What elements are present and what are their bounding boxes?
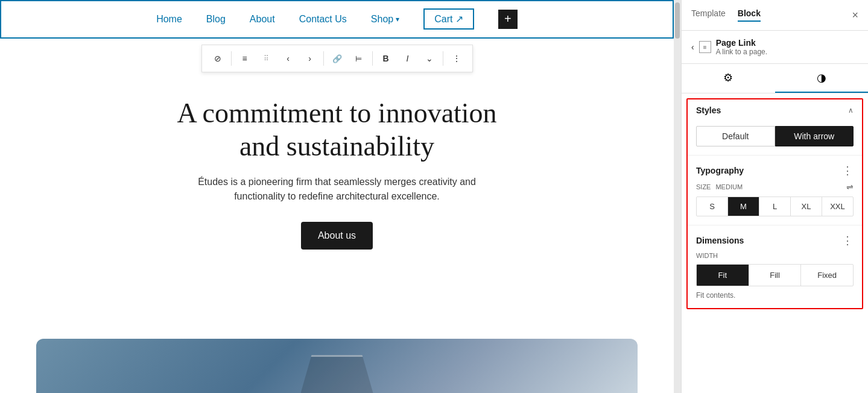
page-link-icon: ≡	[703, 44, 707, 51]
styles-title: Styles	[696, 105, 721, 115]
size-options-group: S M L XL XXL	[696, 196, 854, 216]
typography-section: Typography ⋮ SIZE MEDIUM ⇌ S M L XL XXL	[688, 156, 862, 225]
block-icon: ≡	[699, 41, 711, 53]
arrow-back-icon: ‹	[287, 54, 290, 63]
bold-button[interactable]: B	[376, 49, 396, 68]
dimensions-title: Dimensions	[696, 236, 744, 245]
width-label: WIDTH	[696, 252, 854, 259]
typography-menu-icon[interactable]: ⋮	[842, 164, 854, 177]
typography-title: Typography	[696, 166, 744, 175]
filter-icon[interactable]: ⇌	[846, 182, 854, 192]
size-medium-text: MEDIUM	[715, 183, 743, 190]
dimensions-header-row: Dimensions ⋮	[696, 234, 854, 247]
half-circle-icon: ◑	[817, 71, 826, 84]
settings-icon-tab[interactable]: ⚙	[682, 64, 775, 93]
size-label-row: SIZE MEDIUM ⇌	[696, 182, 854, 192]
tab-template[interactable]: Template	[691, 8, 726, 22]
arrow-forward-icon: ›	[308, 54, 311, 63]
nav-about[interactable]: About	[250, 14, 275, 25]
width-fit[interactable]: Fit	[697, 265, 749, 286]
nav-contact[interactable]: Contact Us	[299, 14, 347, 25]
width-options-group: Fit Fill Fixed	[696, 264, 854, 286]
nav-blog[interactable]: Blog	[206, 14, 226, 25]
main-content: Home Blog About Contact Us Shop ▾ Cart ↗…	[0, 0, 674, 393]
arrow-back-button[interactable]: ‹	[279, 49, 298, 68]
arrow-forward-button[interactable]: ›	[300, 49, 320, 68]
style-buttons-group: Default With arrow	[688, 121, 862, 156]
dimensions-section: Dimensions ⋮ WIDTH Fit Fill Fixed Fit co…	[688, 225, 862, 308]
width-hint-text: Fit contents.	[696, 291, 854, 300]
panel-back-nav: ‹ ≡ Page Link A link to a page.	[682, 31, 868, 64]
size-l[interactable]: L	[759, 197, 791, 216]
size-xxl[interactable]: XXL	[822, 197, 853, 216]
size-xl[interactable]: XL	[791, 197, 822, 216]
width-fixed[interactable]: Fixed	[801, 265, 853, 286]
styles-icon-tab[interactable]: ◑	[775, 64, 869, 93]
hero-subtitle: Études is a pioneering firm that seamles…	[186, 175, 488, 204]
link-button[interactable]: 🔗	[328, 49, 347, 68]
dimensions-menu-icon[interactable]: ⋮	[842, 234, 854, 247]
text-format-dropdown-button[interactable]: ⌄	[420, 49, 439, 68]
toolbar-separator-2	[323, 51, 324, 66]
size-label-text: SIZE	[696, 183, 711, 190]
add-nav-item-button[interactable]: +	[498, 10, 518, 29]
style-default-button[interactable]: Default	[696, 126, 775, 146]
about-us-button[interactable]: About us	[301, 222, 373, 250]
nav-shop-group: Shop ▾	[371, 14, 399, 25]
toolbar-separator-4	[443, 51, 443, 66]
stop-button[interactable]: ⊘	[208, 49, 227, 68]
toolbar-separator-1	[231, 51, 232, 66]
link-icon: 🔗	[332, 54, 342, 63]
nav-shop[interactable]: Shop	[371, 14, 393, 25]
text-type-icon: ≡	[242, 54, 247, 63]
italic-icon: I	[407, 54, 409, 63]
tab-block[interactable]: Block	[738, 8, 761, 22]
dropdown-arrow-icon: ▾	[396, 15, 399, 24]
indent-button[interactable]: ⊨	[349, 49, 369, 68]
size-m[interactable]: M	[728, 197, 759, 216]
nav-cart[interactable]: Cart ↗	[423, 8, 474, 30]
nav-home[interactable]: Home	[156, 14, 182, 25]
drag-button[interactable]: ⠿	[257, 49, 276, 68]
block-title: Page Link	[716, 38, 858, 48]
panel-close-button[interactable]: ×	[852, 9, 858, 22]
typography-header-row: Typography ⋮	[696, 164, 854, 177]
hero-image	[36, 339, 638, 393]
panel-body: Styles ∧ Default With arrow Typography ⋮…	[682, 93, 868, 393]
size-s[interactable]: S	[697, 197, 728, 216]
right-panel: Template Block × ‹ ≡ Page Link A link to…	[681, 0, 868, 393]
style-with-arrow-button[interactable]: With arrow	[775, 126, 854, 146]
width-fill[interactable]: Fill	[749, 265, 802, 286]
panel-back-info: Page Link A link to a page.	[716, 38, 858, 56]
hero-section: A commitment to innovation and sustainab…	[0, 72, 674, 339]
nav-bar: Home Blog About Contact Us Shop ▾ Cart ↗…	[0, 0, 674, 39]
toolbar-separator-3	[372, 51, 373, 66]
styles-block-section: Styles ∧ Default With arrow Typography ⋮…	[686, 98, 863, 309]
scrollbar[interactable]	[674, 0, 681, 393]
back-arrow-icon[interactable]: ‹	[691, 42, 694, 52]
indent-icon: ⊨	[355, 54, 362, 63]
panel-header: Template Block ×	[682, 0, 868, 31]
scrollbar-thumb[interactable]	[675, 2, 680, 39]
gear-icon: ⚙	[723, 71, 733, 84]
more-options-icon: ⋮	[452, 54, 461, 63]
block-subtitle: A link to a page.	[716, 48, 858, 56]
block-toolbar: ⊘ ≡ ⠿ ‹ › 🔗 ⊨ B I ⌄	[201, 45, 473, 72]
bold-icon: B	[382, 54, 388, 63]
text-type-button[interactable]: ≡	[235, 49, 255, 68]
stop-icon: ⊘	[214, 54, 221, 63]
italic-button[interactable]: I	[398, 49, 417, 68]
panel-icon-tabs: ⚙ ◑	[682, 64, 868, 93]
hero-title: A commitment to innovation and sustainab…	[156, 96, 518, 163]
chevron-up-icon: ∧	[848, 106, 854, 115]
drag-icon: ⠿	[264, 54, 269, 63]
styles-header[interactable]: Styles ∧	[688, 99, 862, 121]
panel-tabs: Template Block	[691, 8, 761, 22]
chevron-down-icon: ⌄	[426, 54, 433, 63]
more-options-button[interactable]: ⋮	[447, 49, 466, 68]
